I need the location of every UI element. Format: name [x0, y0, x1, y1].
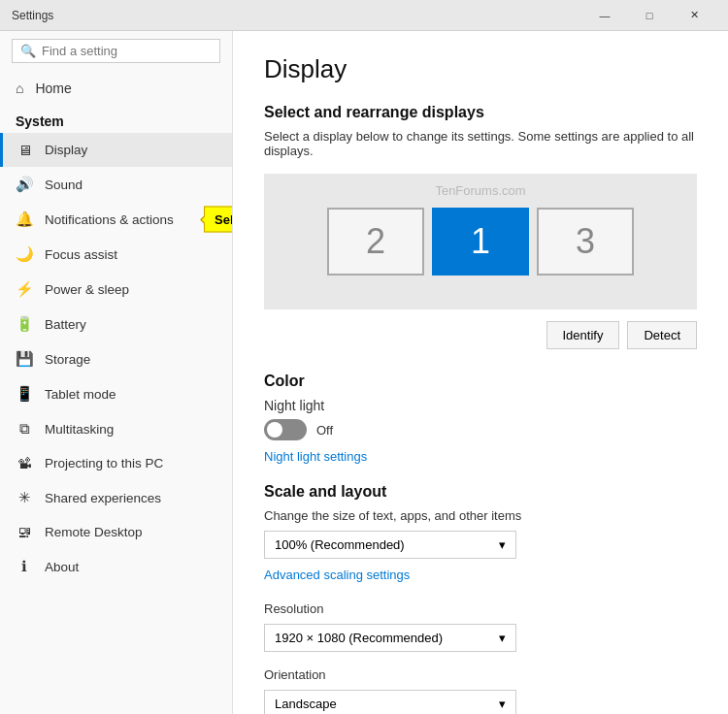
sidebar-item-label-battery: Battery — [45, 317, 86, 332]
sound-icon: 🔊 — [16, 176, 33, 193]
sidebar-item-shared[interactable]: ✳ Shared experiences — [0, 480, 232, 515]
sidebar-item-label-sound: Sound — [45, 178, 83, 192]
sidebar-item-label-multitasking: Multitasking — [45, 422, 114, 437]
resolution-section: Resolution 1920 × 1080 (Recommended) ▾ — [264, 601, 697, 652]
orientation-dropdown[interactable]: Landscape ▾ — [264, 690, 516, 714]
sidebar-item-tablet[interactable]: 📱 Tablet mode — [0, 376, 232, 411]
battery-icon: 🔋 — [16, 315, 33, 333]
tooltip-select-display: Select a display — [204, 207, 233, 233]
night-light-label: Night light — [264, 398, 697, 413]
select-section-desc: Select a display below to change its set… — [264, 129, 697, 158]
scale-dropdown[interactable]: 100% (Recommended) ▾ — [264, 531, 516, 559]
about-icon: ℹ — [16, 558, 33, 575]
scale-title: Scale and layout — [264, 483, 697, 501]
titlebar-title: Settings — [12, 9, 53, 22]
display-buttons: Identify Detect — [264, 321, 697, 349]
monitor-1[interactable]: 1 — [432, 208, 529, 276]
resolution-label: Resolution — [264, 601, 697, 616]
watermark: TenForums.com — [435, 183, 525, 198]
main-window: 🔍 ⌂ Home System 🖥 Display 🔊 Sound 🔔 Noti… — [0, 31, 728, 714]
display-select-section: Select and rearrange displays Select a d… — [264, 104, 697, 349]
toggle-off-label: Off — [316, 423, 333, 438]
search-input[interactable] — [42, 44, 212, 58]
multitasking-icon: ⧉ — [16, 420, 33, 438]
sidebar-item-label-tablet: Tablet mode — [45, 387, 116, 402]
sidebar-item-sound[interactable]: 🔊 Sound — [0, 167, 232, 202]
projecting-icon: 📽 — [16, 455, 33, 471]
sidebar-item-battery[interactable]: 🔋 Battery — [0, 307, 232, 341]
sidebar-item-label-storage: Storage — [45, 352, 90, 367]
night-light-settings-link[interactable]: Night light settings — [264, 449, 367, 464]
page-title: Display — [264, 54, 697, 84]
night-light-toggle[interactable] — [264, 419, 307, 440]
orientation-chevron-icon: ▾ — [499, 697, 506, 711]
sidebar-item-power[interactable]: ⚡ Power & sleep — [0, 272, 232, 307]
orientation-value: Landscape — [275, 697, 337, 711]
sidebar-item-home[interactable]: ⌂ Home — [0, 71, 232, 106]
sidebar: 🔍 ⌂ Home System 🖥 Display 🔊 Sound 🔔 Noti… — [0, 31, 233, 714]
orientation-label: Orientation — [264, 667, 697, 682]
sidebar-item-label-focus: Focus assist — [45, 247, 117, 262]
minimize-button[interactable]: — — [582, 0, 627, 31]
sidebar-item-notifications[interactable]: 🔔 Notifications & actions Select a displ… — [0, 202, 232, 237]
storage-icon: 💾 — [16, 350, 33, 368]
close-button[interactable]: ✕ — [672, 0, 716, 31]
sidebar-item-about[interactable]: ℹ About — [0, 549, 232, 584]
monitor-2[interactable]: 2 — [327, 208, 424, 276]
display-icon: 🖥 — [16, 142, 33, 158]
sidebar-item-projecting[interactable]: 📽 Projecting to this PC — [0, 446, 232, 480]
maximize-button[interactable]: □ — [627, 0, 672, 31]
home-icon: ⌂ — [16, 81, 23, 96]
resolution-dropdown[interactable]: 1920 × 1080 (Recommended) ▾ — [264, 624, 516, 652]
sidebar-item-label-about: About — [45, 560, 79, 574]
display-area: TenForums.com 2 1 3 — [264, 174, 697, 309]
resolution-value: 1920 × 1080 (Recommended) — [275, 631, 443, 645]
sidebar-item-storage[interactable]: 💾 Storage — [0, 341, 232, 376]
sidebar-item-display[interactable]: 🖥 Display — [0, 133, 232, 167]
notifications-icon: 🔔 — [16, 211, 33, 228]
detect-button[interactable]: Detect — [627, 321, 697, 349]
sidebar-item-multitasking[interactable]: ⧉ Multitasking — [0, 411, 232, 446]
sidebar-section-header: System — [0, 106, 232, 133]
select-section-title: Select and rearrange displays — [264, 104, 697, 121]
scale-desc: Change the size of text, apps, and other… — [264, 508, 697, 523]
tablet-icon: 📱 — [16, 385, 33, 403]
search-icon: 🔍 — [20, 44, 36, 58]
power-icon: ⚡ — [16, 280, 33, 298]
display-monitors: 2 1 3 — [327, 208, 634, 276]
search-box[interactable]: 🔍 — [12, 39, 220, 63]
titlebar-controls: — □ ✕ — [582, 0, 716, 31]
focus-icon: 🌙 — [16, 245, 33, 263]
sidebar-item-label-display: Display — [45, 143, 87, 157]
titlebar: Settings — □ ✕ — [0, 0, 728, 31]
monitor-3[interactable]: 3 — [537, 208, 634, 276]
sidebar-item-focus[interactable]: 🌙 Focus assist — [0, 237, 232, 272]
toggle-row: Off — [264, 419, 697, 440]
orientation-section: Orientation Landscape ▾ — [264, 667, 697, 714]
main-content: Display Select and rearrange displays Se… — [233, 31, 728, 714]
sidebar-item-remote[interactable]: 🖳 Remote Desktop — [0, 515, 232, 549]
color-title: Color — [264, 373, 697, 390]
color-section: Color Night light Off Night light settin… — [264, 373, 697, 464]
remote-icon: 🖳 — [16, 524, 33, 540]
scale-value: 100% (Recommended) — [275, 537, 405, 552]
sidebar-item-label-shared: Shared experiences — [45, 491, 161, 505]
sidebar-item-label-remote: Remote Desktop — [45, 525, 143, 539]
scale-section: Scale and layout Change the size of text… — [264, 483, 697, 582]
sidebar-item-label-projecting: Projecting to this PC — [45, 456, 163, 471]
scale-chevron-icon: ▾ — [499, 537, 506, 552]
sidebar-item-label-notifications: Notifications & actions — [45, 212, 174, 227]
sidebar-item-label-power: Power & sleep — [45, 282, 129, 297]
identify-button[interactable]: Identify — [546, 321, 620, 349]
resolution-chevron-icon: ▾ — [499, 631, 506, 645]
advanced-scaling-link[interactable]: Advanced scaling settings — [264, 568, 410, 582]
shared-icon: ✳ — [16, 489, 33, 506]
home-label: Home — [35, 81, 71, 96]
